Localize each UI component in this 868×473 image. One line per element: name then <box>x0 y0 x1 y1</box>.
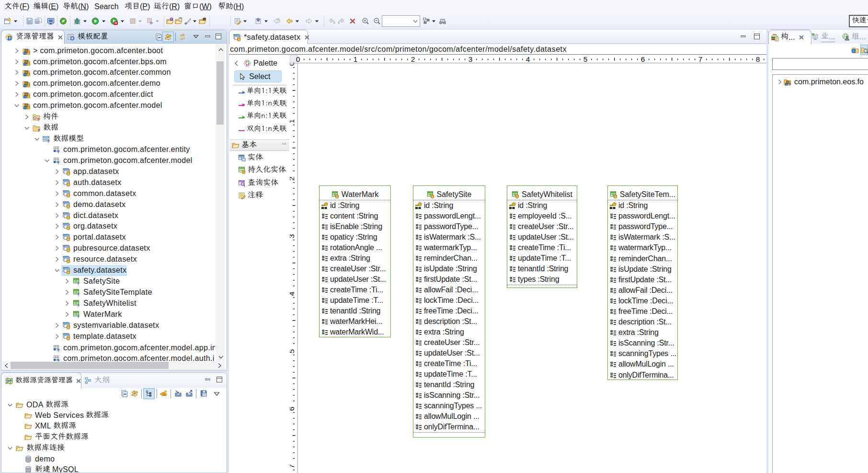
svg-text:1: 1 <box>290 119 296 124</box>
svg-text:7: 7 <box>290 464 296 469</box>
svg-text:3: 3 <box>468 55 473 63</box>
svg-text:2: 2 <box>290 177 296 181</box>
svg-text:4: 4 <box>526 55 530 63</box>
svg-text:3: 3 <box>290 234 296 239</box>
svg-text:5: 5 <box>583 55 588 63</box>
svg-text:4: 4 <box>290 291 296 296</box>
svg-text:0: 0 <box>290 63 296 66</box>
svg-text:6: 6 <box>641 55 645 63</box>
svg-text:?: ? <box>788 82 791 86</box>
svg-text:6: 6 <box>290 407 296 411</box>
svg-text:8: 8 <box>756 55 760 63</box>
svg-text:2: 2 <box>411 55 415 63</box>
svg-text:5: 5 <box>290 349 296 354</box>
svg-text:1: 1 <box>354 55 358 63</box>
svg-text:0: 0 <box>296 55 300 63</box>
svg-text:7: 7 <box>698 55 703 63</box>
